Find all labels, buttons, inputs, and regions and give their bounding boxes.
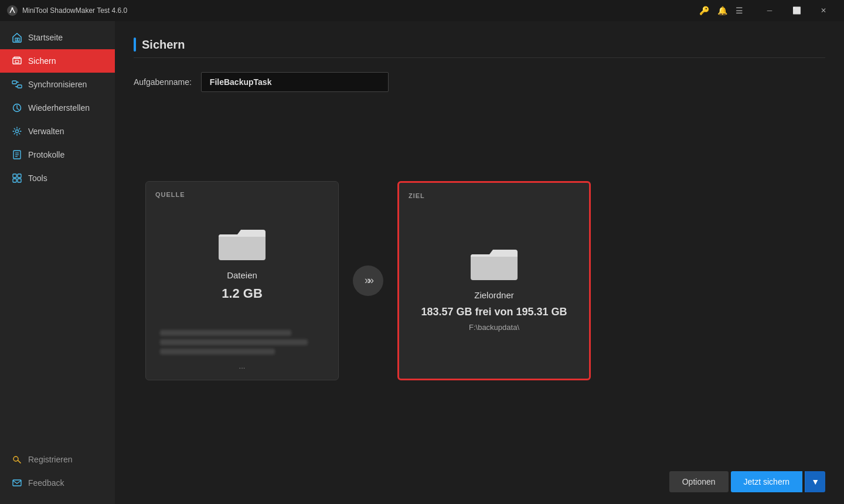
sidebar-nav: Startseite Sichern: [0, 21, 115, 448]
blurred-line-2: [160, 339, 308, 345]
tools-icon: [12, 173, 22, 183]
titlebar-left: MiniTool ShadowMaker Test 4.6.0: [7, 5, 127, 16]
sidebar-item-feedback[interactable]: Feedback: [0, 471, 115, 495]
destination-main-label: Zielordner: [474, 290, 514, 300]
arrow-chevrons-icon: »»: [365, 274, 372, 287]
sidebar-label-protokolle: Protokolle: [28, 150, 64, 159]
mail-icon: [12, 478, 22, 488]
chevron-down-icon: ▼: [811, 477, 819, 486]
maximize-button[interactable]: ⬜: [783, 0, 810, 21]
svg-point-1: [12, 8, 13, 9]
source-folder-icon: [219, 224, 266, 262]
sidebar-item-registrieren[interactable]: Registrieren: [0, 448, 115, 471]
source-card[interactable]: QUELLE Dateien 1.2 GB ...: [145, 181, 339, 380]
bell-titlebar-icon[interactable]: 🔔: [717, 6, 727, 15]
log-icon: [12, 149, 22, 160]
source-ellipsis: ...: [155, 362, 329, 370]
svg-rect-15: [13, 174, 16, 178]
destination-card-inner: Zielordner 183.57 GB frei von 195.31 GB …: [409, 206, 580, 369]
key-icon: [12, 454, 22, 465]
svg-rect-17: [13, 179, 16, 182]
source-card-label: QUELLE: [155, 191, 329, 198]
restore-icon: [12, 103, 22, 113]
sidebar-item-startseite[interactable]: Startseite: [0, 26, 115, 49]
svg-rect-21: [219, 234, 266, 260]
sidebar: Startseite Sichern: [0, 21, 115, 504]
main-content: Sichern Aufgabenname: QUELLE Dateien 1.2…: [115, 21, 844, 504]
svg-point-10: [16, 130, 19, 133]
source-card-inner: Dateien 1.2 GB: [155, 205, 329, 328]
app-title: MiniTool ShadowMaker Test 4.6.0: [22, 6, 127, 15]
sidebar-item-tools[interactable]: Tools: [0, 166, 115, 190]
svg-rect-18: [18, 179, 21, 182]
destination-path: F:\backupdata\: [469, 323, 519, 332]
destination-card[interactable]: ZIEL Zielordner 183.57 GB frei von 195.3…: [397, 181, 591, 380]
manage-icon: [12, 126, 22, 137]
backup-dropdown-button[interactable]: ▼: [805, 471, 825, 492]
svg-rect-22: [471, 254, 518, 280]
backup-now-button[interactable]: Jetzt sichern: [731, 471, 803, 492]
sidebar-item-synchronisieren[interactable]: Synchronisieren: [0, 73, 115, 96]
sidebar-item-sichern[interactable]: Sichern: [0, 49, 115, 73]
destination-free-space: 183.57 GB frei von 195.31 GB: [421, 306, 567, 318]
destination-card-label: ZIEL: [409, 192, 580, 199]
cards-area: QUELLE Dateien 1.2 GB ...: [134, 111, 825, 450]
task-name-label: Aufgabenname:: [134, 77, 192, 87]
app-body: Startseite Sichern: [0, 21, 844, 504]
bottom-bar: Optionen Jetzt sichern ▼: [134, 462, 825, 492]
options-button[interactable]: Optionen: [669, 471, 729, 492]
sidebar-label-tools: Tools: [28, 173, 47, 183]
sidebar-item-verwalten[interactable]: Verwalten: [0, 120, 115, 143]
svg-rect-6: [15, 60, 19, 63]
svg-rect-7: [12, 81, 16, 84]
menu-titlebar-icon[interactable]: ☰: [736, 6, 743, 15]
sidebar-label-wiederherstellen: Wiederherstellen: [28, 103, 90, 113]
home-icon: [12, 32, 22, 43]
sidebar-label-registrieren: Registrieren: [28, 455, 72, 464]
minimize-button[interactable]: ─: [756, 0, 783, 21]
sidebar-item-protokolle[interactable]: Protokolle: [0, 143, 115, 166]
sidebar-bottom: Registrieren Feedback: [0, 448, 115, 504]
svg-rect-3: [18, 38, 19, 41]
page-header: Sichern: [134, 38, 825, 58]
source-main-label: Dateien: [227, 270, 257, 280]
source-size: 1.2 GB: [222, 286, 263, 301]
arrow-button[interactable]: »»: [353, 265, 383, 296]
destination-folder-icon: [471, 244, 518, 282]
task-name-input[interactable]: [201, 72, 389, 92]
titlebar-right: 🔑 🔔 ☰ ─ ⬜ ✕: [699, 0, 837, 21]
backup-icon: [12, 56, 22, 66]
titlebar: MiniTool ShadowMaker Test 4.6.0 🔑 🔔 ☰ ─ …: [0, 0, 844, 21]
sidebar-label-startseite: Startseite: [28, 33, 63, 42]
source-blurred-content: [155, 330, 329, 358]
svg-rect-16: [18, 174, 21, 178]
page-title: Sichern: [142, 38, 185, 52]
close-button[interactable]: ✕: [810, 0, 837, 21]
task-name-row: Aufgabenname:: [134, 72, 825, 92]
sidebar-label-feedback: Feedback: [28, 478, 64, 488]
blurred-line-1: [160, 330, 291, 336]
key-titlebar-icon[interactable]: 🔑: [699, 6, 709, 15]
sidebar-label-synchronisieren: Synchronisieren: [28, 80, 87, 89]
header-accent: [134, 38, 136, 52]
sidebar-item-wiederherstellen[interactable]: Wiederherstellen: [0, 96, 115, 120]
svg-point-0: [7, 5, 18, 16]
sync-icon: [12, 79, 22, 90]
svg-rect-20: [13, 480, 21, 486]
blurred-line-3: [160, 349, 275, 355]
svg-rect-8: [18, 85, 22, 88]
sidebar-label-verwalten: Verwalten: [28, 127, 64, 136]
app-logo: [7, 5, 18, 16]
svg-rect-2: [15, 38, 17, 41]
window-controls: ─ ⬜ ✕: [756, 0, 837, 21]
sidebar-label-sichern: Sichern: [28, 56, 56, 66]
